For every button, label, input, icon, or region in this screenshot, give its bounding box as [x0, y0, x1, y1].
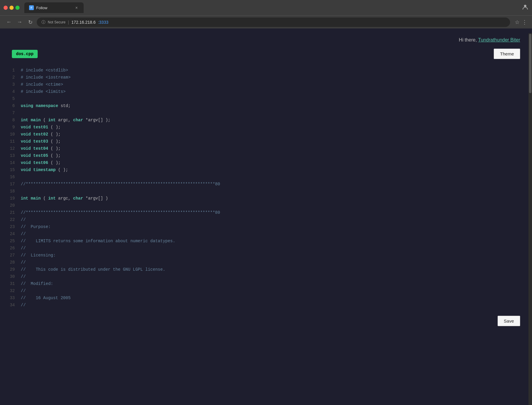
greeting-text: Hi there,: [459, 37, 477, 42]
line-content: //: [21, 303, 526, 307]
greeting-area: Hi there, Tundrathunder Biter: [459, 37, 520, 43]
line-number: 18: [6, 189, 21, 194]
back-button[interactable]: ←: [5, 18, 13, 26]
line-content: //: [21, 217, 526, 222]
filename-badge: dos.cpp: [12, 50, 38, 58]
toolbar: dos.cpp Theme: [6, 49, 526, 65]
line-number: 8: [6, 118, 21, 122]
line-number: 28: [6, 260, 21, 265]
security-label: Not Secure: [48, 20, 66, 24]
line-number: 31: [6, 281, 21, 286]
code-line-33: 33// 16 August 2005: [6, 296, 526, 303]
save-button[interactable]: Save: [498, 316, 520, 326]
code-line-13: 13void test05 ( );: [6, 153, 526, 160]
line-number: 9: [6, 125, 21, 130]
line-content: void test06 ( );: [21, 160, 526, 165]
code-line-6: 6using namespace std;: [6, 103, 526, 111]
title-bar: F Follow ×: [0, 0, 532, 15]
reload-button[interactable]: ↻: [26, 18, 34, 26]
line-content: void test02 ( );: [21, 132, 526, 137]
browser-menu-icon[interactable]: ⋮: [522, 19, 527, 25]
svg-text:F: F: [31, 6, 32, 9]
browser-chrome: F Follow × ← → ↻ ⓘ Not Secure | 172.16.2…: [0, 0, 532, 28]
code-line-32: 32//: [6, 288, 526, 296]
line-number: 23: [6, 224, 21, 229]
scrollbar[interactable]: [528, 33, 532, 405]
line-number: 32: [6, 288, 21, 293]
maximize-button[interactable]: [15, 6, 20, 10]
code-line-15: 15void timestamp ( );: [6, 168, 526, 175]
line-content: # include <iostream>: [21, 75, 526, 80]
line-number: 13: [6, 153, 21, 158]
code-line-14: 14void test06 ( );: [6, 160, 526, 168]
code-line-26: 26//: [6, 246, 526, 253]
line-content: // 16 August 2005: [21, 296, 526, 300]
line-content: //**************************************…: [21, 210, 526, 215]
line-number: 1: [6, 68, 21, 73]
forward-button[interactable]: →: [15, 18, 24, 26]
address-bar: ← → ↻ ⓘ Not Secure | 172.16.218.6 :3333 …: [0, 15, 532, 28]
code-line-24: 24//: [6, 232, 526, 239]
code-line-23: 23// Purpose:: [6, 224, 526, 232]
line-number: 6: [6, 103, 21, 108]
line-content: void timestamp ( );: [21, 168, 526, 172]
line-number: 4: [6, 89, 21, 94]
scrollbar-thumb[interactable]: [529, 34, 531, 93]
code-line-19: 19int main ( int argc, char *argv[] ): [6, 196, 526, 203]
line-content: //: [21, 232, 526, 236]
code-line-12: 12void test04 ( );: [6, 146, 526, 153]
code-line-30: 30//: [6, 274, 526, 281]
code-line-2: 2# include <iostream>: [6, 75, 526, 82]
line-content: void test01 ( );: [21, 125, 526, 130]
url-input[interactable]: ⓘ Not Secure | 172.16.218.6 :3333: [37, 17, 510, 27]
code-line-25: 25// LIMITS returns some information abo…: [6, 239, 526, 246]
line-number: 12: [6, 146, 21, 151]
url-host: 172.16.218.6: [71, 20, 96, 25]
code-line-16: 16: [6, 175, 526, 182]
username-link[interactable]: Tundrathunder Biter: [478, 37, 520, 42]
code-line-21: 21//************************************…: [6, 210, 526, 217]
minimize-button[interactable]: [9, 6, 14, 10]
line-number: 20: [6, 203, 21, 208]
line-number: 26: [6, 246, 21, 251]
code-line-22: 22//: [6, 217, 526, 224]
page-header: Hi there, Tundrathunder Biter: [6, 34, 526, 49]
line-number: 27: [6, 253, 21, 258]
line-number: 10: [6, 132, 21, 137]
line-content: # include <cstdlib>: [21, 68, 526, 73]
tab-favicon: F: [29, 5, 34, 10]
save-button-container: Save: [6, 313, 526, 329]
code-line-9: 9void test01 ( );: [6, 125, 526, 132]
line-content: void test05 ( );: [21, 153, 526, 158]
code-line-11: 11void test03 ( );: [6, 139, 526, 146]
line-content: // Modified:: [21, 281, 526, 286]
code-line-3: 3# include <ctime>: [6, 82, 526, 89]
theme-button[interactable]: Theme: [494, 49, 520, 59]
url-port: :3333: [98, 20, 108, 25]
line-content: # include <ctime>: [21, 82, 526, 87]
tab-close-button[interactable]: ×: [74, 5, 79, 10]
code-line-17: 17//************************************…: [6, 182, 526, 189]
line-content: // LIMITS returns some information about…: [21, 239, 526, 243]
line-number: 33: [6, 296, 21, 300]
active-tab[interactable]: F Follow ×: [24, 2, 84, 13]
code-line-8: 8int main ( int argc, char *argv[] );: [6, 118, 526, 125]
line-number: 34: [6, 303, 21, 307]
code-editor[interactable]: 1# include <cstdlib>2# include <iostream…: [6, 65, 526, 313]
line-content: void test03 ( );: [21, 139, 526, 144]
line-content: using namespace std;: [21, 103, 526, 108]
line-content: int main ( int argc, char *argv[] );: [21, 118, 526, 122]
tab-title: Follow: [36, 6, 47, 10]
bookmark-icon[interactable]: ☆: [515, 19, 520, 25]
line-content: //: [21, 260, 526, 265]
code-line-27: 27// Licensing:: [6, 253, 526, 260]
line-content: int main ( int argc, char *argv[] ): [21, 196, 526, 201]
extensions-icon[interactable]: [522, 4, 528, 12]
page-content: Hi there, Tundrathunder Biter dos.cpp Th…: [0, 28, 532, 405]
close-button[interactable]: [4, 6, 8, 10]
line-number: 25: [6, 239, 21, 243]
line-number: 24: [6, 232, 21, 236]
line-content: //: [21, 274, 526, 279]
traffic-lights: [4, 6, 20, 10]
line-content: // Licensing:: [21, 253, 526, 258]
